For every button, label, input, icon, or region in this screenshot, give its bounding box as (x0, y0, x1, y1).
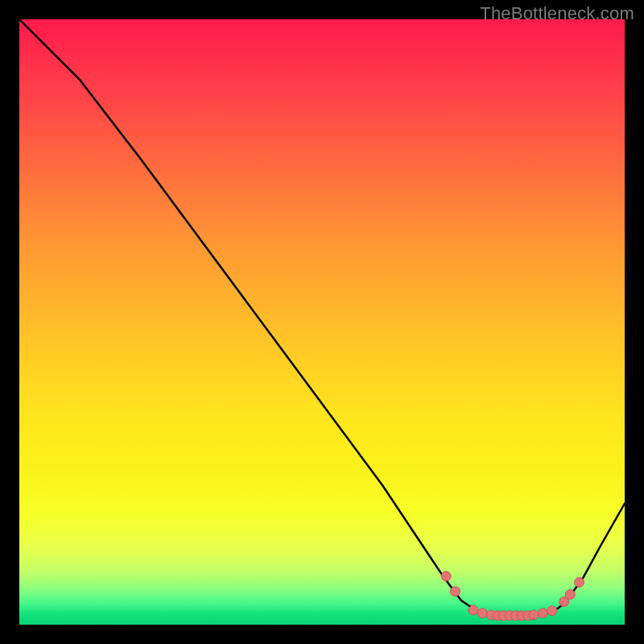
curve-marker (450, 587, 460, 597)
curve-marker (538, 609, 547, 618)
bottleneck-curve (19, 19, 625, 616)
plot-area (19, 19, 625, 625)
curve-marker (469, 605, 478, 615)
curve-marker (575, 577, 584, 587)
curve-marker (565, 589, 575, 599)
curve-marker (477, 609, 487, 618)
curve-marker (441, 572, 451, 581)
curve-markers (441, 572, 584, 621)
curve-marker (547, 606, 557, 616)
chart-stage: TheBottleneck.com (0, 0, 644, 644)
chart-svg (19, 19, 625, 625)
curve-marker (529, 610, 539, 620)
